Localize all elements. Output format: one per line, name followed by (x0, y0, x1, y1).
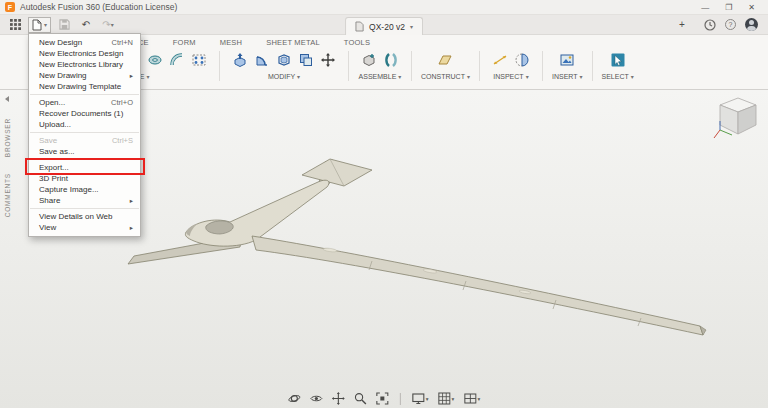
window-title: Autodesk Fusion 360 (Education License) (20, 2, 177, 12)
minimize-button[interactable]: — (701, 3, 709, 12)
menu-label: New Design (39, 38, 82, 47)
browser-panel-toggle[interactable]: BROWSER (4, 118, 11, 157)
joint-icon (383, 52, 399, 68)
look-at-button[interactable] (310, 392, 323, 405)
app-grid-menu-button[interactable] (6, 17, 24, 33)
axis-y (720, 130, 732, 135)
menu-item-upload[interactable]: Upload... (29, 119, 140, 130)
combine-icon (298, 52, 314, 68)
menu-item-share[interactable]: Share ▸ (29, 195, 140, 206)
menu-shortcut: Ctrl+S (112, 136, 133, 145)
move-icon (320, 52, 336, 68)
document-icon (355, 21, 364, 32)
pan-button[interactable] (332, 392, 345, 405)
menu-item-recover-documents[interactable]: Recover Documents (1) (29, 108, 140, 119)
select-button[interactable] (607, 49, 629, 71)
document-tab[interactable]: QX-20 v2 ▾ (345, 17, 423, 35)
zoom-icon (354, 392, 367, 405)
press-pull-button[interactable] (229, 49, 251, 71)
help-icon[interactable]: ? (725, 19, 736, 30)
viewports-button[interactable]: ▾ (463, 392, 480, 405)
display-settings-button[interactable]: ▾ (412, 392, 429, 405)
menu-item-new-electronics-design[interactable]: New Electronics Design (29, 48, 140, 59)
fit-button[interactable] (376, 392, 389, 405)
modify-dropdown[interactable]: MODIFY ▾ (268, 73, 300, 80)
orbit-icon (288, 392, 301, 405)
close-button[interactable]: ✕ (748, 3, 755, 12)
menu-label: Open... (39, 98, 65, 107)
section-analysis-button[interactable] (511, 49, 533, 71)
create-caret-icon: ▾ (146, 73, 149, 80)
menu-item-open[interactable]: Open... Ctrl+O (29, 97, 140, 108)
menu-separator (30, 94, 139, 95)
redo-icon: ↷ (102, 19, 110, 30)
menu-shortcut: Ctrl+O (111, 98, 133, 107)
construct-plane-icon (437, 52, 453, 68)
menu-item-new-drawing[interactable]: New Drawing ▸ (29, 70, 140, 81)
menu-label: Capture Image... (39, 185, 99, 194)
construct-dropdown[interactable]: CONSTRUCT ▾ (421, 73, 470, 80)
file-menu-button[interactable]: ▾ (28, 17, 51, 33)
tab-form[interactable]: FORM (161, 38, 208, 47)
modify-caret-icon: ▾ (297, 73, 300, 80)
ribbon-separator (592, 51, 593, 81)
menu-item-save-as[interactable]: Save as... (29, 146, 140, 157)
group-insert: INSERT ▾ (552, 49, 583, 80)
combine-button[interactable] (295, 49, 317, 71)
submenu-arrow-icon: ▸ (130, 197, 133, 205)
fillet-button[interactable] (251, 49, 273, 71)
user-avatar[interactable] (745, 18, 758, 31)
redo-button[interactable]: ↷ ▾ (99, 17, 117, 33)
inspect-dropdown[interactable]: INSPECT ▾ (493, 73, 528, 80)
menu-item-new-drawing-template[interactable]: New Drawing Template (29, 81, 140, 92)
joint-button[interactable] (380, 49, 402, 71)
undo-button[interactable]: ↶ (77, 17, 95, 33)
fusion-logo-icon: F (5, 2, 15, 12)
tab-sheet-metal[interactable]: SHEET METAL (254, 38, 332, 47)
construct-plane-button[interactable] (434, 49, 456, 71)
menu-item-save[interactable]: Save Ctrl+S (29, 135, 140, 146)
insert-canvas-button[interactable] (556, 49, 578, 71)
move-copy-button[interactable] (317, 49, 339, 71)
save-button[interactable] (55, 17, 73, 33)
torus-icon (147, 52, 163, 68)
menu-item-view-details-on-web[interactable]: View Details on Web (29, 211, 140, 222)
job-status-icon[interactable] (704, 19, 716, 31)
new-component-button[interactable] (358, 49, 380, 71)
axis-x (714, 130, 720, 138)
shell-button[interactable] (273, 49, 295, 71)
measure-button[interactable] (489, 49, 511, 71)
tab-tools[interactable]: TOOLS (332, 38, 382, 47)
menu-item-new-electronics-library[interactable]: New Electronics Library (29, 59, 140, 70)
new-document-tab-button[interactable]: + (673, 17, 691, 33)
menu-label: New Electronics Design (39, 49, 123, 58)
menu-item-new-design[interactable]: New Design Ctrl+N (29, 37, 140, 48)
comments-panel-toggle[interactable]: COMMENTS (4, 173, 11, 217)
insert-dropdown[interactable]: INSERT ▾ (552, 73, 583, 80)
submenu-arrow-icon: ▸ (130, 72, 133, 80)
pattern-button[interactable] (188, 49, 210, 71)
orbit-button[interactable] (288, 392, 301, 405)
insert-label: INSERT (552, 73, 578, 80)
view-cube[interactable] (712, 92, 764, 148)
grid-icon (438, 392, 451, 405)
maximize-button[interactable]: ❐ (725, 3, 732, 12)
document-tab-caret-icon: ▾ (410, 23, 413, 30)
create-torus-button[interactable] (144, 49, 166, 71)
shell-icon (276, 52, 292, 68)
menu-shortcut: Ctrl+N (112, 38, 133, 47)
create-pipe-button[interactable] (166, 49, 188, 71)
menu-item-capture-image[interactable]: Capture Image... (29, 184, 140, 195)
tab-mesh[interactable]: MESH (208, 38, 254, 47)
menu-item-view[interactable]: View ▸ (29, 222, 140, 233)
group-select: SELECT ▾ (602, 49, 634, 80)
ribbon-separator (411, 51, 412, 81)
select-dropdown[interactable]: SELECT ▾ (602, 73, 634, 80)
grid-snaps-button[interactable]: ▾ (438, 392, 455, 405)
collapse-panel-icon[interactable] (5, 96, 9, 102)
assemble-dropdown[interactable]: ASSEMBLE ▾ (359, 73, 402, 80)
menu-label: 3D Print (39, 174, 68, 183)
measure-icon (492, 52, 508, 68)
group-modify: MODIFY ▾ (229, 49, 339, 80)
zoom-button[interactable] (354, 392, 367, 405)
